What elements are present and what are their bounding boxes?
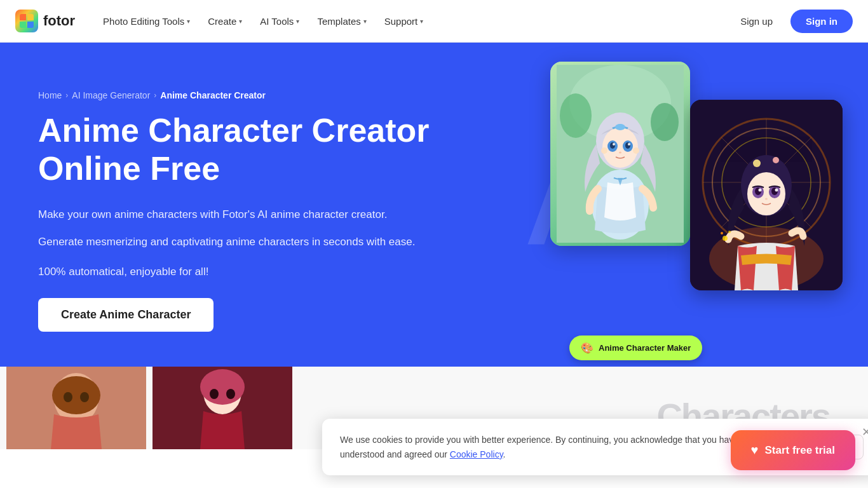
signup-button[interactable]: Sign up [730,11,783,32]
svg-point-43 [64,392,72,402]
svg-point-34 [759,189,762,192]
svg-point-49 [226,389,235,399]
hero-content: Home › AI Image Generator › Anime Charac… [38,78,430,332]
heart-icon: ♥ [751,443,759,458]
svg-point-16 [633,147,639,154]
logo-icon [15,10,38,32]
hero-title-line2: Online Free [38,150,220,187]
thumbnail-row [0,367,292,449]
cookie-policy-link[interactable]: Cookie Policy [450,449,503,459]
hero-images: 🎨 Anime Character Maker [550,62,843,354]
svg-point-36 [765,198,768,200]
nav-label-support: Support [384,16,418,27]
breadcrumb: Home › AI Image Generator › Anime Charac… [38,90,430,100]
anime-card-2 [690,100,843,290]
nav-item-photo-editing[interactable]: Photo Editing Tools ▾ [95,11,198,32]
chevron-down-icon: ▾ [239,18,242,25]
hero-desc-3: 100% automatical, enjoyable for all! [38,263,430,280]
nav-label-templates: Templates [317,16,360,27]
character-thumbnail-1 [6,367,146,449]
breadcrumb-current: Anime Character Creator [160,90,266,100]
svg-point-47 [200,369,245,405]
svg-point-3 [651,103,679,141]
hero-desc-1: Make your own anime characters with Foto… [38,206,430,223]
logo-text: fotor [43,13,75,29]
trial-button-label: Start free trial [764,444,835,457]
svg-point-11 [613,143,615,146]
svg-point-37 [722,236,728,241]
anime-char-1-illustration [557,65,684,243]
nav-auth: Sign up Sign in [730,10,853,33]
hero-section: Home › AI Image Generator › Anime Charac… [0,43,868,367]
nav-item-ai-tools[interactable]: AI Tools ▾ [252,11,307,32]
cookie-text-content: We use cookies to provide you with bette… [340,435,761,459]
nav-item-support[interactable]: Support ▾ [377,11,431,32]
nav-label-ai-tools: AI Tools [260,16,294,27]
nav-links: Photo Editing Tools ▾ Create ▾ AI Tools … [95,11,730,32]
cookie-text: We use cookies to provide you with bette… [340,433,785,461]
hero-title-line1: Anime Character Creator [38,112,430,149]
svg-point-12 [628,143,630,146]
badge-icon: 🎨 [581,342,593,354]
breadcrumb-home[interactable]: Home [38,90,62,100]
svg-point-44 [80,392,89,402]
svg-point-48 [210,389,219,399]
nav-label-create: Create [208,16,236,27]
cookie-close-button[interactable]: ✕ [862,426,868,438]
chevron-down-icon: ▾ [187,18,190,25]
chevron-down-icon: ▾ [296,18,299,25]
breadcrumb-sep-1: › [65,91,68,100]
nav-item-create[interactable]: Create ▾ [200,11,250,32]
svg-point-2 [560,93,592,138]
badge-label: Anime Character Maker [599,343,691,353]
anime-character-maker-badge[interactable]: 🎨 Anime Character Maker [569,336,702,360]
anime-char-2-illustration [690,100,843,290]
chevron-down-icon: ▾ [363,18,367,25]
svg-point-42 [52,376,100,414]
svg-point-14 [615,124,625,130]
logo[interactable]: fotor [15,10,75,32]
create-anime-character-button[interactable]: Create Anime Character [38,298,214,332]
nav-label-photo-editing: Photo Editing Tools [103,16,184,27]
hero-title: Anime Character Creator Online Free [38,112,430,188]
signin-button[interactable]: Sign in [790,10,853,33]
svg-point-28 [773,157,779,163]
nav-item-templates[interactable]: Templates ▾ [309,11,374,32]
svg-point-39 [728,231,731,233]
breadcrumb-ai-image-generator[interactable]: AI Image Generator [72,90,150,100]
svg-point-15 [601,147,607,154]
svg-point-35 [775,189,778,192]
svg-point-38 [721,232,723,234]
character-thumbnail-2 [153,367,292,449]
chevron-down-icon: ▾ [420,18,423,25]
anime-card-1 [550,62,690,246]
svg-point-13 [619,152,621,154]
start-free-trial-button[interactable]: ♥ Start free trial [731,430,855,470]
hero-desc-2: Generate mesmerizing and captivating ani… [38,233,430,250]
breadcrumb-sep-2: › [154,91,156,100]
navbar: fotor Photo Editing Tools ▾ Create ▾ AI … [0,0,868,43]
